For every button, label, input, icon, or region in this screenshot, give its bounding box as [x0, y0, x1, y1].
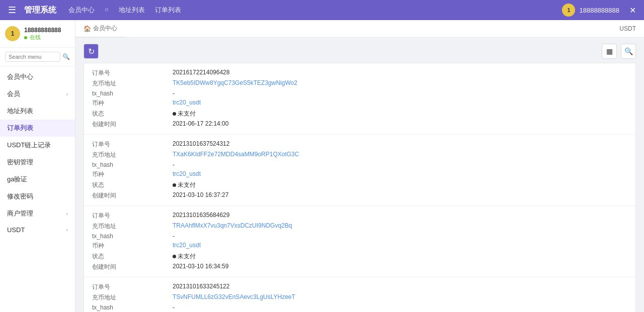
order-field-value[interactable]: TXaK6KIdFF2e72MDD4saMM9oRP1QXotG3C — [173, 150, 627, 160]
status-badge: 在线 — [24, 34, 61, 41]
order-field-label: tx_hash — [92, 232, 173, 240]
sidebar-menu: 会员中心 会员 › 地址列表 订单列表 USDT链上记录 密钥管理 ga验证 修… — [0, 66, 75, 240]
user-info: 1 18888888888 ✕ — [562, 4, 636, 17]
top-nav: ☰ 管理系统 会员中心 ○ 地址列表 订单列表 1 18888888888 ✕ — [0, 0, 644, 20]
sidebar-item-order-list[interactable]: 订单列表 — [0, 120, 75, 137]
nav-order-list[interactable]: 订单列表 — [155, 6, 181, 15]
order-field-value: 未支付 — [173, 180, 627, 190]
status-dot — [173, 112, 176, 116]
order-field-value: 2021-06-17 22:14:00 — [173, 120, 627, 129]
order-field-label: 充币地址 — [92, 222, 173, 231]
order-card: 订单号20213101633245122充币地址TSvNFUMLL6zG32vE… — [84, 277, 635, 312]
usdt-label: USDT — [611, 25, 644, 32]
order-field-label: 创建时间 — [92, 262, 173, 272]
sidebar-item-member[interactable]: 会员 › — [0, 85, 75, 102]
nav-dot: ○ — [105, 6, 109, 15]
sidebar: 1 18888888888 在线 🔍 会员中心 会员 › 地址列表 订单列表 U… — [0, 20, 75, 312]
status-dot — [173, 183, 176, 187]
order-field-value: - — [173, 303, 627, 311]
order-field-value: - — [173, 161, 627, 169]
grid-view-button[interactable]: ▦ — [602, 44, 617, 59]
sidebar-item-key-management[interactable]: 密钥管理 — [0, 154, 75, 171]
order-field-label: 状态 — [92, 252, 173, 261]
chevron-down-icon-merchant: ‹ — [66, 211, 68, 217]
order-field-value: 20213101637524312 — [173, 140, 627, 149]
order-field-label: tx_hash — [92, 89, 173, 97]
chevron-down-icon-usdt: ‹ — [66, 227, 68, 233]
order-field-value[interactable]: trc20_usdt — [173, 241, 627, 251]
sidebar-item-usdt-records[interactable]: USDT链上记录 — [0, 137, 75, 154]
order-field-label: 创建时间 — [92, 120, 173, 129]
search-input[interactable] — [5, 52, 60, 62]
order-field-label: 订单号 — [92, 140, 173, 149]
order-field-label: 充币地址 — [92, 79, 173, 88]
order-field-value: - — [173, 232, 627, 240]
status-dot — [173, 255, 176, 258]
search-icon[interactable]: 🔍 — [62, 53, 70, 60]
order-field-value: 20216172214096428 — [173, 68, 627, 78]
search-bar: 🔍 — [0, 48, 75, 66]
order-field-value[interactable]: TSvNFUMLL6zG32vEnSAevc3LgUsLYHzeeT — [173, 293, 627, 302]
toolbar: ↻ ▦ 🔍 — [84, 44, 636, 59]
sidebar-item-change-password[interactable]: 修改密码 — [0, 188, 75, 205]
order-field-label: 充币地址 — [92, 293, 173, 302]
order-field-label: tx_hash — [92, 161, 173, 169]
order-card: 订单号20213101635684629充币地址TRAAhflMxX7vu3qn… — [84, 206, 635, 277]
chevron-down-icon: › — [66, 91, 68, 97]
orders-container: 订单号20216172214096428充币地址TK5eb5IDWw8YgqC7… — [84, 63, 636, 312]
content-area: ↻ ▦ 🔍 订单号20216172214096428充币地址TK5eb5IDWw… — [75, 38, 644, 312]
order-card: 订单号20213101637524312充币地址TXaK6KIdFF2e72MD… — [84, 135, 635, 206]
status-dot — [24, 36, 27, 39]
close-button[interactable]: ✕ — [629, 6, 636, 15]
order-field-label: 状态 — [92, 109, 173, 119]
order-field-value: 2021-03-10 16:37:27 — [173, 191, 627, 200]
order-field-value[interactable]: TRAAhflMxX7vu3qn7VxsDCzUI9NDGvq2Bq — [173, 222, 627, 231]
toolbar-left: ↻ — [84, 44, 99, 59]
order-field-value: 20213101635684629 — [173, 211, 627, 221]
order-field-value[interactable]: TK5eb5IDWw8YgqC73GeS5kTEZ3gwNigWo2 — [173, 79, 627, 88]
main-content: 🏠 会员中心 USDT ↻ ▦ 🔍 订单号20216172214096428充币… — [75, 20, 644, 312]
user-phone-top: 18888888888 — [579, 7, 619, 14]
order-field-label: 订单号 — [92, 211, 173, 221]
order-field-label: 状态 — [92, 180, 173, 190]
order-field-value: - — [173, 89, 627, 97]
search-button[interactable]: 🔍 — [621, 44, 636, 59]
refresh-button[interactable]: ↻ — [84, 44, 99, 59]
sidebar-item-usdt[interactable]: USDT ‹ — [0, 222, 75, 238]
order-field-value: 未支付 — [173, 109, 627, 119]
order-field-value: 2021-03-10 16:34:59 — [173, 262, 627, 272]
nav-member-center[interactable]: 会员中心 — [68, 6, 95, 15]
brand-title: 管理系统 — [24, 5, 56, 16]
order-field-label: 创建时间 — [92, 191, 173, 200]
order-field-label: 充币地址 — [92, 150, 173, 160]
user-details: 18888888888 在线 — [24, 27, 61, 41]
order-field-label: tx_hash — [92, 303, 173, 311]
order-field-label: 订单号 — [92, 282, 173, 292]
order-card: 订单号20216172214096428充币地址TK5eb5IDWw8YgqC7… — [84, 63, 635, 135]
nav-address-list[interactable]: 地址列表 — [119, 6, 145, 15]
sidebar-item-ga-verify[interactable]: ga验证 — [0, 171, 75, 188]
username: 18888888888 — [24, 27, 61, 34]
sidebar-item-address-list[interactable]: 地址列表 — [0, 102, 75, 120]
order-field-value: 未支付 — [173, 252, 627, 261]
order-field-label: 币种 — [92, 241, 173, 251]
sidebar-item-member-center[interactable]: 会员中心 — [0, 68, 75, 85]
home-icon: 🏠 — [84, 25, 91, 32]
order-field-label: 币种 — [92, 170, 173, 179]
toolbar-right: ▦ 🔍 — [602, 44, 636, 59]
order-field-value: 20213101633245122 — [173, 282, 627, 292]
order-field-label: 订单号 — [92, 68, 173, 78]
order-field-value[interactable]: trc20_usdt — [173, 170, 627, 179]
order-field-value[interactable]: trc20_usdt — [173, 98, 627, 108]
sidebar-user: 1 18888888888 在线 — [0, 20, 75, 48]
breadcrumb: 🏠 会员中心 — [75, 20, 125, 37]
nav-links: 会员中心 ○ 地址列表 订单列表 — [68, 6, 562, 15]
avatar: 1 — [5, 26, 20, 41]
order-field-label: 币种 — [92, 98, 173, 108]
sidebar-item-merchant[interactable]: 商户管理 ‹ — [0, 205, 75, 222]
hamburger-icon[interactable]: ☰ — [8, 5, 16, 16]
user-avatar-top: 1 — [562, 4, 575, 17]
